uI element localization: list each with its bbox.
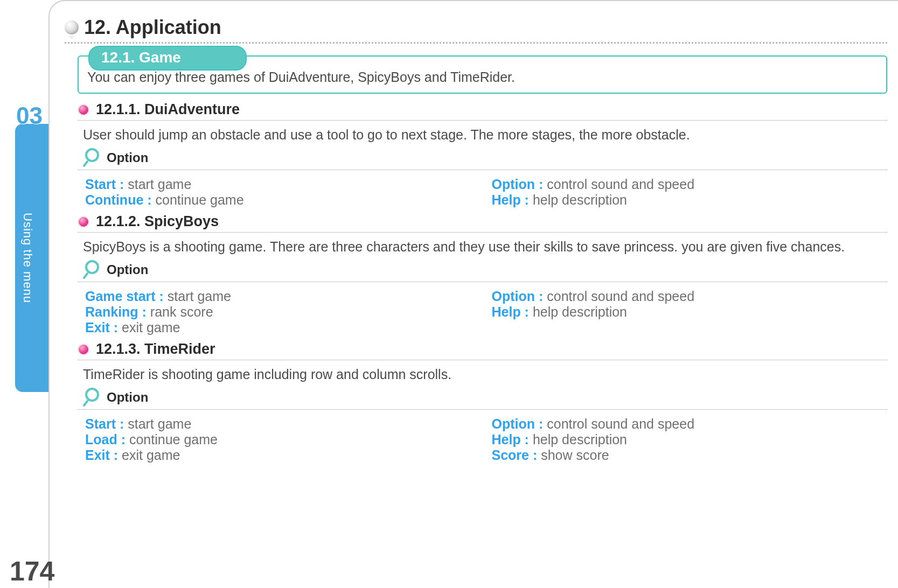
content-area: 12. Application 12.1. Game You can enjoy…	[65, 16, 887, 468]
option-title: Option	[107, 150, 148, 165]
option-header: Option	[83, 260, 887, 279]
bullet-icon	[78, 104, 89, 116]
opt-option: Option : control sound and speed	[492, 416, 888, 432]
subsection-duiadventure: 12.1.1. DuiAdventure User should jump an…	[78, 101, 887, 208]
opt-start: Start : start game	[85, 177, 481, 192]
opt-load: Load : continue game	[85, 432, 481, 447]
opt-start: Start : start game	[85, 416, 481, 432]
option-title: Option	[107, 262, 148, 277]
section-box: 12.1. Game You can enjoy three games of …	[78, 55, 887, 94]
rule	[78, 120, 887, 121]
chapter-number: 03	[16, 102, 43, 129]
sphere-icon	[65, 20, 79, 34]
page-number: 174	[10, 556, 54, 587]
dotted-divider	[65, 42, 887, 44]
option-header: Option	[83, 148, 887, 167]
opt-game-start: Game start : start game	[85, 289, 481, 304]
opt-help: Help : help description	[492, 192, 888, 208]
rule	[78, 282, 887, 282]
sub-heading-row: 12.1.1. DuiAdventure	[78, 101, 887, 118]
opt-continue: Continue : continue game	[85, 192, 481, 208]
rule	[78, 360, 887, 360]
rule	[78, 170, 887, 170]
sub-heading: 12.1.1. DuiAdventure	[96, 101, 240, 118]
section-tab: 12.1. Game	[88, 46, 247, 71]
option-title: Option	[107, 390, 148, 405]
sub-heading-row: 12.1.2. SpicyBoys	[78, 213, 887, 230]
option-grid: Start : start game Load : continue game …	[85, 416, 887, 463]
sub-desc: User should jump an obstacle and use a t…	[83, 127, 887, 143]
section-intro: You can enjoy three games of DuiAdventur…	[87, 69, 878, 85]
sub-heading: 12.1.3. TimeRider	[96, 341, 215, 358]
opt-ranking: Ranking : rank score	[85, 304, 481, 320]
page-title: 12. Application	[84, 16, 221, 39]
sub-heading-row: 12.1.3. TimeRider	[78, 341, 887, 358]
opt-option: Option : control sound and speed	[492, 289, 888, 304]
bullet-icon	[78, 344, 89, 355]
opt-exit: Exit : exit game	[85, 447, 481, 463]
page-title-row: 12. Application	[65, 16, 887, 39]
opt-exit: Exit : exit game	[85, 320, 481, 335]
rule	[78, 409, 887, 410]
subsection-timerider: 12.1.3. TimeRider TimeRider is shooting …	[78, 341, 887, 463]
opt-help: Help : help description	[492, 304, 888, 320]
bullet-icon	[78, 216, 89, 228]
sub-heading: 12.1.2. SpicyBoys	[96, 213, 219, 230]
rule	[78, 232, 887, 233]
option-grid: Start : start game Continue : continue g…	[85, 177, 887, 208]
opt-score: Score : show score	[492, 447, 888, 463]
opt-option: Option : control sound and speed	[492, 177, 888, 192]
option-grid: Game start : start game Ranking : rank s…	[85, 289, 887, 335]
magnifier-icon	[83, 388, 102, 407]
sub-desc: TimeRider is shooting game including row…	[83, 367, 887, 382]
side-tab-label: Using the menu	[20, 213, 34, 303]
subsection-spicyboys: 12.1.2. SpicyBoys SpicyBoys is a shootin…	[78, 213, 887, 335]
magnifier-icon	[83, 260, 102, 279]
sub-desc: SpicyBoys is a shooting game. There are …	[83, 239, 887, 255]
opt-help: Help : help description	[492, 432, 888, 447]
option-header: Option	[83, 388, 887, 407]
magnifier-icon	[83, 148, 102, 167]
